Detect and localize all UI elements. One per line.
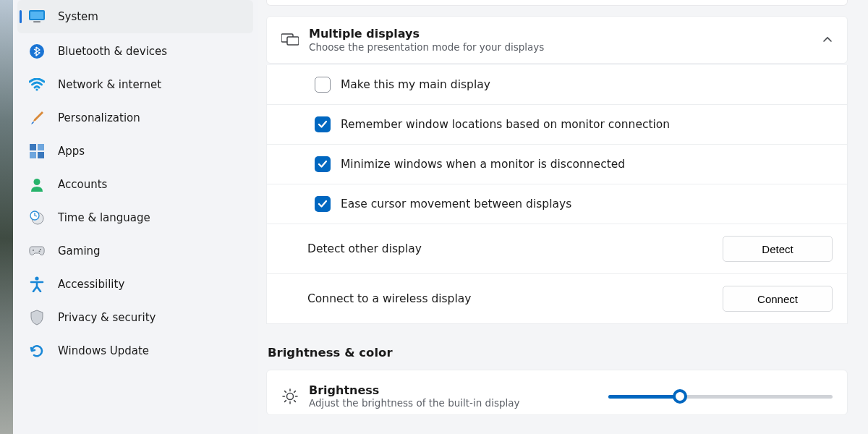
shield-icon (29, 310, 45, 326)
sidebar-item-label: Time & language (58, 211, 150, 224)
update-icon (29, 343, 45, 359)
option-label: Ease cursor movement between displays (341, 197, 571, 210)
svg-line-25 (285, 400, 286, 401)
detect-button[interactable]: Detect (723, 236, 833, 262)
sidebar-item-network[interactable]: Network & internet (13, 68, 258, 101)
sidebar-item-label: Gaming (58, 244, 101, 258)
brightness-subtitle: Adjust the brightness of the built-in di… (309, 397, 520, 409)
brightness-slider[interactable] (608, 388, 833, 404)
sidebar-item-label: Network & internet (58, 78, 161, 91)
option-ease-cursor[interactable]: Ease cursor movement between displays (266, 184, 848, 224)
sidebar-item-personalization[interactable]: Personalization (13, 101, 258, 135)
svg-line-26 (294, 391, 296, 392)
sidebar-item-accessibility[interactable]: Accessibility (13, 268, 258, 301)
svg-point-9 (34, 179, 41, 185)
checkbox-unchecked[interactable] (315, 77, 331, 93)
gamepad-icon (29, 243, 45, 259)
brightness-card: Brightness Adjust the brightness of the … (266, 370, 848, 415)
person-icon (29, 176, 45, 192)
row-detect-display: Detect other display Detect (266, 224, 848, 274)
sidebar-item-privacy[interactable]: Privacy & security (13, 301, 258, 334)
sidebar-item-label: Apps (58, 145, 85, 158)
svg-point-18 (287, 393, 294, 399)
multiple-displays-header[interactable]: Multiple displays Choose the presentatio… (267, 17, 847, 63)
checkbox-checked[interactable] (315, 116, 331, 132)
bluetooth-icon (29, 43, 45, 59)
svg-rect-2 (33, 21, 41, 22)
sidebar-item-time[interactable]: Time & language (13, 201, 258, 234)
option-label: Remember window locations based on monit… (341, 118, 670, 131)
wifi-icon (29, 77, 45, 93)
checkbox-checked[interactable] (315, 196, 331, 212)
row-label: Connect to a wireless display (307, 292, 471, 305)
system-icon (29, 9, 45, 25)
row-label: Detect other display (307, 242, 422, 255)
svg-rect-1 (30, 12, 43, 19)
svg-rect-17 (287, 37, 299, 45)
svg-point-12 (33, 250, 34, 251)
sidebar-item-label: Bluetooth & devices (58, 45, 167, 58)
brightness-color-heading: Brightness & color (268, 346, 848, 359)
option-main-display[interactable]: Make this my main display (266, 65, 848, 105)
sidebar-item-apps[interactable]: Apps (13, 135, 258, 168)
svg-point-15 (35, 276, 38, 280)
svg-point-14 (39, 251, 41, 252)
multiple-displays-card: Multiple displays Choose the presentatio… (266, 16, 848, 64)
slider-thumb[interactable] (673, 389, 687, 404)
sidebar-item-label: Accounts (58, 178, 107, 191)
settings-sidebar: System Bluetooth & devices Network & int… (13, 0, 258, 434)
sidebar-item-label: Personalization (58, 111, 140, 124)
svg-line-24 (294, 400, 296, 401)
svg-rect-6 (38, 144, 44, 150)
svg-line-23 (285, 391, 286, 392)
option-remember-windows[interactable]: Remember window locations based on monit… (266, 105, 848, 145)
connect-button[interactable]: Connect (723, 286, 833, 312)
option-minimize-windows[interactable]: Minimize windows when a monitor is disco… (266, 145, 848, 184)
checkbox-checked[interactable] (315, 156, 331, 172)
svg-point-4 (35, 88, 38, 90)
accessibility-icon (29, 276, 45, 292)
paintbrush-icon (29, 110, 45, 126)
sidebar-item-label: Windows Update (58, 344, 149, 357)
sidebar-item-label: Accessibility (58, 278, 124, 291)
option-label: Make this my main display (341, 78, 490, 91)
apps-icon (29, 143, 45, 159)
brightness-title: Brightness (309, 383, 520, 397)
sidebar-item-update[interactable]: Windows Update (13, 334, 258, 367)
svg-rect-7 (30, 152, 36, 158)
sidebar-item-accounts[interactable]: Accounts (13, 168, 258, 201)
displays-icon (280, 33, 300, 47)
option-label: Minimize windows when a monitor is disco… (341, 158, 625, 171)
sidebar-item-gaming[interactable]: Gaming (13, 234, 258, 268)
card-title: Multiple displays (309, 27, 544, 41)
brightness-icon (280, 388, 300, 405)
sidebar-item-label: Privacy & security (58, 311, 156, 324)
svg-rect-5 (30, 144, 36, 150)
sidebar-item-system[interactable]: System (17, 0, 253, 33)
clock-globe-icon (29, 210, 45, 226)
sidebar-item-bluetooth[interactable]: Bluetooth & devices (13, 35, 258, 68)
settings-content: Multiple displays Choose the presentatio… (258, 0, 868, 434)
slider-fill (608, 395, 680, 399)
row-connect-wireless: Connect to a wireless display Connect (266, 274, 848, 324)
previous-card-bottom (266, 0, 848, 6)
chevron-up-icon (822, 33, 833, 46)
card-subtitle: Choose the presentation mode for your di… (309, 41, 544, 53)
desktop-wallpaper-edge (0, 0, 13, 434)
sidebar-item-label: System (58, 10, 98, 23)
svg-point-13 (40, 249, 41, 250)
svg-rect-8 (38, 152, 44, 158)
